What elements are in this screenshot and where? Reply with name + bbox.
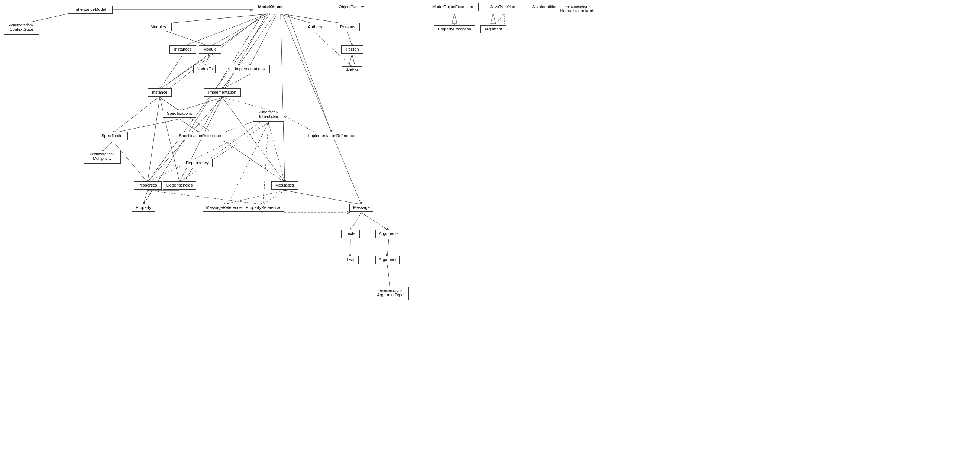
node-implementation-reference: ImplementationReference: [303, 132, 361, 140]
svg-line-39: [263, 123, 268, 213]
node-messages: Messages: [271, 182, 298, 190]
node-instances: Instances: [169, 45, 196, 54]
svg-line-55: [493, 14, 504, 27]
svg-line-43: [350, 239, 350, 256]
node-author: Author: [342, 66, 362, 74]
svg-line-58: [282, 14, 361, 204]
node-implementation: Implementation: [204, 88, 241, 97]
svg-line-59: [143, 14, 263, 204]
svg-line-53: [453, 14, 455, 27]
node-model-object: ModelObject: [253, 3, 288, 11]
svg-line-5: [210, 14, 269, 46]
svg-line-14: [352, 55, 352, 67]
node-property: Property: [132, 204, 155, 212]
svg-line-37: [263, 190, 285, 204]
node-model-object-exception: ModelObjectException: [426, 3, 479, 11]
svg-line-42: [361, 213, 389, 231]
svg-line-9: [160, 55, 183, 89]
node-text: Text: [342, 256, 359, 264]
svg-marker-56: [490, 14, 496, 24]
node-texts: Texts: [341, 230, 360, 238]
node-context-state: «enumeration» ContextState: [4, 22, 39, 35]
svg-line-4: [183, 14, 267, 46]
node-specifications: Specifications: [163, 110, 196, 118]
svg-marker-15: [349, 55, 355, 64]
svg-line-47: [281, 14, 285, 182]
node-object-factory: ObjectFactory: [334, 3, 369, 11]
node-normalization-mode: «enumeration» NormalizationMode: [555, 3, 600, 16]
svg-line-1: [158, 14, 270, 24]
node-instance: Instance: [148, 88, 172, 97]
svg-line-20: [180, 97, 222, 111]
svg-line-13: [347, 32, 352, 46]
svg-line-35: [285, 190, 361, 204]
node-argument2: Argument: [480, 25, 506, 33]
svg-line-41: [350, 213, 361, 231]
node-specification-reference: SpecificationReference: [174, 132, 226, 140]
svg-line-46: [148, 14, 270, 182]
svg-line-17: [160, 97, 180, 111]
svg-line-12: [250, 14, 277, 66]
node-modules: Modules: [145, 23, 172, 31]
node-nodet: Node<T>: [193, 65, 216, 73]
node-arguments: Arguments: [375, 230, 402, 238]
svg-line-45: [387, 264, 390, 288]
svg-line-33: [143, 190, 148, 204]
svg-line-29: [268, 123, 285, 182]
node-specification: Specification: [98, 132, 128, 140]
svg-line-18: [148, 97, 160, 182]
diagram-container: InheritanceModel ModelObject ObjectFacto…: [0, 0, 980, 465]
svg-line-22: [180, 119, 200, 133]
node-argument: Argument: [375, 256, 399, 264]
svg-line-34: [148, 190, 263, 204]
svg-line-44: [387, 239, 389, 256]
node-properties: Properties: [134, 182, 162, 190]
svg-marker-54: [452, 14, 457, 24]
node-message: Message: [349, 204, 374, 212]
svg-line-19: [222, 97, 268, 110]
svg-line-28: [180, 123, 268, 182]
node-java-type-name: JavaTypeName: [487, 3, 522, 11]
svg-line-2: [279, 14, 315, 24]
svg-line-23: [102, 141, 113, 152]
node-inheritance-model: InheritanceModel: [68, 6, 113, 14]
svg-line-3: [281, 14, 347, 24]
node-dependencies: Dependencies: [163, 182, 196, 190]
node-authors: Authors: [303, 23, 327, 31]
node-multiplicity: «enumeration» Multiplicity: [84, 151, 121, 164]
node-persons: Persons: [336, 23, 360, 31]
diagram-arrows: [0, 0, 980, 465]
svg-line-10: [222, 14, 275, 89]
svg-line-11: [222, 74, 250, 89]
node-implementations: Implementations: [230, 65, 270, 73]
svg-line-7: [204, 55, 210, 66]
node-inheritable: «interface» Inheritable: [253, 108, 284, 121]
svg-line-36: [224, 190, 285, 204]
node-property-exception: PropertyException: [434, 25, 475, 33]
node-property-reference: PropertyReference: [242, 204, 284, 212]
svg-line-27: [148, 123, 268, 182]
node-dependency: Dependency: [182, 159, 213, 167]
node-person: Person: [341, 45, 363, 54]
svg-line-21: [113, 119, 180, 133]
node-module: Module: [199, 45, 221, 54]
svg-line-38: [224, 123, 268, 213]
node-message-reference: MessageReference: [202, 204, 245, 212]
node-argument-type: «enumeration» ArgumentType: [372, 287, 409, 300]
svg-line-51: [288, 14, 331, 133]
